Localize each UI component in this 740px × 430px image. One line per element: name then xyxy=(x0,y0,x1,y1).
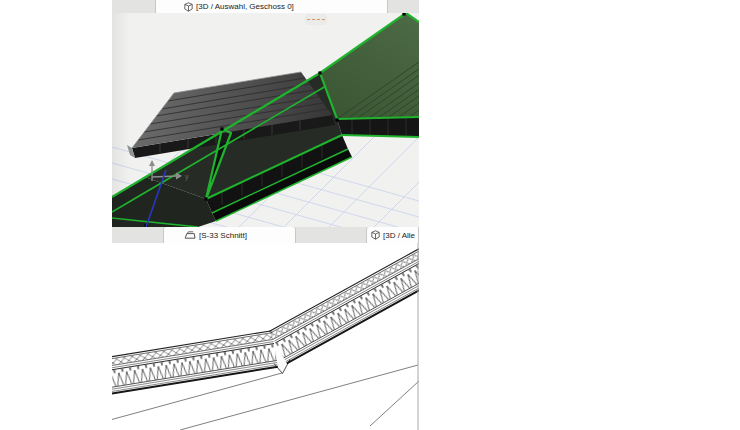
minimized-palette[interactable] xyxy=(305,14,327,25)
tab-3d-alle[interactable]: [3D / Alle xyxy=(366,227,419,243)
palette-dash xyxy=(307,19,311,21)
roof-section-right-segment xyxy=(269,249,419,364)
tab-label: [S-33 Schnitt] xyxy=(199,231,247,240)
tab-3d-auswahl[interactable]: [3D / Auswahl, Geschoss 0] xyxy=(155,0,388,13)
tab-label: [3D / Alle xyxy=(383,231,415,240)
section-drawing xyxy=(112,243,419,430)
viewport-section[interactable] xyxy=(112,243,419,430)
palette-dash xyxy=(312,19,316,21)
palette-dash xyxy=(322,19,326,21)
tab-label: [3D / Auswahl, Geschoss 0] xyxy=(196,2,294,11)
palette-dash xyxy=(317,19,321,21)
y-axis-label: y xyxy=(185,173,189,181)
selected-roof-surface xyxy=(320,13,419,119)
roof-section-left-segment xyxy=(112,331,278,395)
section-marker-icon xyxy=(184,230,196,240)
cube-3d-icon xyxy=(184,2,193,12)
scene-3d: y xyxy=(112,13,419,227)
z-axis-arrow xyxy=(149,160,155,166)
cube-3d-icon xyxy=(371,230,380,240)
app-window: [3D / Auswahl, Geschoss 0] xyxy=(112,0,419,430)
viewport-3d[interactable]: y xyxy=(112,13,419,227)
tab-s33-schnitt[interactable]: [S-33 Schnitt] xyxy=(163,227,296,243)
tab-bar-3d: [3D / Auswahl, Geschoss 0] xyxy=(112,0,419,13)
tab-bar-section: [S-33 Schnitt] [3D / Alle xyxy=(112,227,419,243)
